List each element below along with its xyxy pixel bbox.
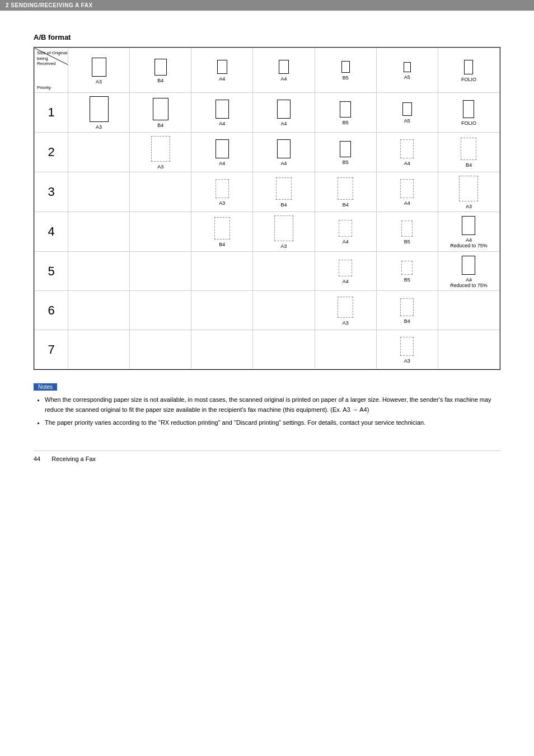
col-header-a4-2: A4 bbox=[253, 48, 315, 93]
table-cell-r6-c6 bbox=[438, 330, 499, 369]
table-cell-r0-c1: B4 bbox=[130, 93, 191, 133]
paper-label: B5 bbox=[343, 120, 349, 125]
priority-cell-1: 1 bbox=[35, 93, 68, 133]
top-bar-label: 2 SENDING/RECEIVING A FAX bbox=[6, 2, 93, 8]
table-cell-r0-c6: FOLIO bbox=[438, 93, 499, 133]
table-cell-r6-c1 bbox=[130, 330, 191, 369]
paper-label: FOLIO bbox=[461, 120, 476, 126]
paper-icon bbox=[462, 216, 475, 235]
table-cell-r2-c1 bbox=[130, 172, 191, 212]
paper-icon bbox=[274, 215, 293, 241]
col-label-a3: A3 bbox=[96, 79, 102, 84]
table-cell-r1-c3: A4 bbox=[253, 133, 315, 172]
col-label-b4: B4 bbox=[157, 78, 163, 83]
paper-icon bbox=[276, 177, 292, 200]
priority-cell-3: 3 bbox=[35, 172, 68, 212]
paper-icon bbox=[153, 98, 168, 120]
paper-label: A3 bbox=[466, 204, 472, 209]
col-icon-folio bbox=[464, 60, 473, 74]
table-cell-r6-c2 bbox=[191, 330, 253, 369]
paper-icon bbox=[401, 220, 413, 237]
paper-icon bbox=[338, 177, 353, 200]
table-cell-r0-c2: A4 bbox=[191, 93, 253, 133]
priority-cell-7: 7 bbox=[35, 330, 68, 369]
paper-icon bbox=[459, 176, 478, 201]
paper-icon bbox=[462, 256, 475, 275]
table-cell-r1-c6: B4 bbox=[438, 133, 499, 172]
paper-label: A3 bbox=[404, 358, 410, 364]
col-label-a4-1: A4 bbox=[219, 76, 225, 82]
table-cell-r3-c4: A4 bbox=[315, 212, 376, 252]
col-icon-a4-1 bbox=[217, 60, 227, 74]
table-cell-r2-c2: A3 bbox=[191, 172, 253, 212]
paper-label: A4 bbox=[404, 161, 410, 166]
paper-label: A5 bbox=[404, 118, 410, 124]
notes-badge: Notes bbox=[34, 383, 57, 391]
table-cell-r6-c3 bbox=[253, 330, 315, 369]
priority-cell-5: 5 bbox=[35, 252, 68, 291]
paper-icon bbox=[216, 179, 229, 198]
main-content: A/B format Size of Originalbeing Receive… bbox=[0, 11, 534, 485]
table-cell-r5-c5: B4 bbox=[376, 291, 438, 330]
paper-label: B4 bbox=[219, 242, 225, 247]
footer-area: 44 Receiving a Fax bbox=[34, 450, 500, 462]
paper-label: A3 bbox=[343, 320, 349, 326]
paper-label: B4 bbox=[466, 162, 472, 168]
table-cell-r2-c5: A4 bbox=[376, 172, 438, 212]
header-topleft: Size of Originalbeing Received Priority bbox=[35, 48, 68, 93]
table-cell-r6-c5: A3 bbox=[376, 330, 438, 369]
paper-label: B4 bbox=[157, 123, 163, 128]
table-cell-r1-c1: A3 bbox=[130, 133, 191, 172]
top-bar: 2 SENDING/RECEIVING A FAX bbox=[0, 0, 534, 11]
col-icon-b5 bbox=[341, 61, 350, 73]
table-cell-r1-c0 bbox=[68, 133, 130, 172]
table-cell-r0-c4: B5 bbox=[315, 93, 376, 133]
table-cell-r6-c0 bbox=[68, 330, 130, 369]
col-header-b4: B4 bbox=[130, 48, 191, 93]
table-cell-r5-c2 bbox=[191, 291, 253, 330]
paper-label: A4 bbox=[343, 279, 349, 284]
table-cell-r4-c0 bbox=[68, 252, 130, 291]
table-cell-r3-c2: B4 bbox=[191, 212, 253, 252]
paper-icon bbox=[338, 297, 353, 318]
table-cell-r5-c1 bbox=[130, 291, 191, 330]
ab-format-table: Size of Originalbeing Received Priority … bbox=[34, 48, 500, 369]
paper-label: A4 bbox=[404, 200, 410, 206]
paper-icon bbox=[90, 96, 109, 122]
paper-icon bbox=[401, 261, 413, 275]
table-cell-r0-c3: A4 bbox=[253, 93, 315, 133]
note-item-1: When the corresponding paper size is not… bbox=[45, 395, 500, 415]
table-cell-r5-c3 bbox=[253, 291, 315, 330]
paper-icon bbox=[277, 100, 291, 119]
paper-label: A4 bbox=[280, 161, 287, 166]
table-cell-r2-c3: B4 bbox=[253, 172, 315, 212]
col-header-a5: A5 bbox=[376, 48, 438, 93]
paper-label: A3 bbox=[219, 200, 225, 206]
paper-label: A3 bbox=[96, 124, 102, 130]
table-cell-r3-c3: A3 bbox=[253, 212, 315, 252]
paper-icon bbox=[402, 102, 412, 116]
table-cell-r3-c5: B5 bbox=[376, 212, 438, 252]
paper-label: A4 bbox=[343, 239, 349, 245]
priority-cell-4: 4 bbox=[35, 212, 68, 252]
ab-format-table-wrapper: Size of Originalbeing Received Priority … bbox=[34, 47, 500, 370]
col-label-b5: B5 bbox=[343, 75, 349, 81]
table-cell-r4-c6: A4 Reduced to 75% bbox=[438, 252, 499, 291]
paper-label: B5 bbox=[404, 239, 410, 245]
paper-label: A3 bbox=[280, 243, 287, 249]
paper-icon bbox=[151, 136, 170, 162]
table-cell-r4-c2 bbox=[191, 252, 253, 291]
paper-icon bbox=[400, 337, 414, 356]
paper-label: A3 bbox=[157, 164, 163, 170]
paper-label: A4 bbox=[280, 121, 287, 126]
page-number: 44 bbox=[34, 456, 40, 462]
paper-icon bbox=[340, 101, 351, 118]
table-cell-r4-c1 bbox=[130, 252, 191, 291]
paper-label: A4 Reduced to 75% bbox=[450, 237, 488, 248]
col-header-a4-1: A4 bbox=[191, 48, 253, 93]
table-cell-r4-c4: A4 bbox=[315, 252, 376, 291]
header-priority-label: Priority bbox=[37, 85, 51, 90]
paper-icon bbox=[463, 100, 474, 118]
notes-section: Notes When the corresponding paper size … bbox=[34, 383, 500, 428]
paper-icon bbox=[277, 139, 291, 158]
